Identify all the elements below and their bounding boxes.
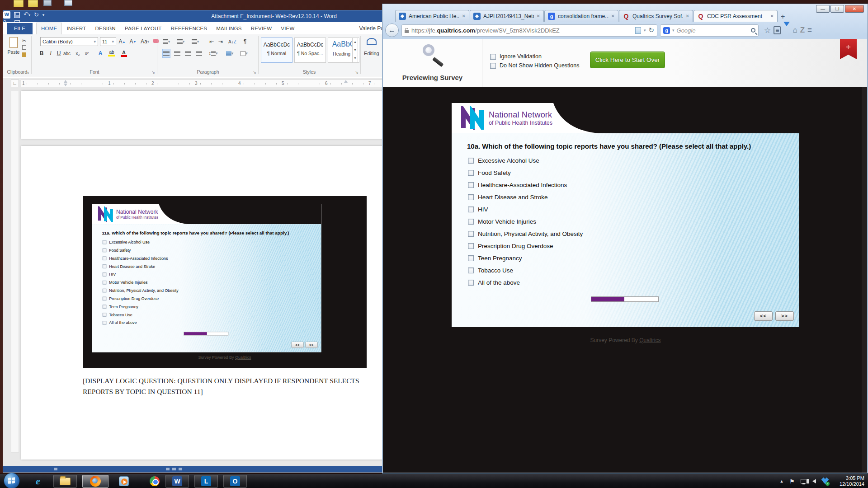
tab-review[interactable]: REVIEW	[246, 23, 277, 34]
shading-icon[interactable]: ▾	[226, 49, 234, 58]
option-row[interactable]: Teen Pregnancy	[103, 303, 179, 311]
option-row[interactable]: Nutrition, Physical Activity, and Obesit…	[468, 228, 583, 240]
document-page[interactable]: National Network of Public Health Instit…	[21, 146, 390, 460]
option-row[interactable]: Tobacco Use	[468, 264, 583, 277]
close-button[interactable]: ✕	[845, 5, 864, 13]
new-tab-button[interactable]: +	[781, 13, 785, 22]
option-row[interactable]: Prescription Drug Overdose	[103, 295, 179, 303]
clear-formatting-icon[interactable]	[153, 39, 159, 43]
checkbox[interactable]	[103, 281, 107, 285]
close-tab-icon[interactable]: ✕	[770, 14, 774, 19]
checkbox[interactable]	[468, 280, 474, 286]
tab-references[interactable]: REFERENCES	[166, 23, 212, 34]
checkbox[interactable]	[103, 297, 107, 301]
option-row[interactable]: Healthcare-Associated Infections	[103, 254, 179, 263]
page-scrollbar[interactable]	[862, 87, 867, 473]
tab-mailings[interactable]: MAILINGS	[212, 23, 246, 34]
checkbox[interactable]	[103, 257, 107, 261]
back-icon[interactable]: ←	[385, 23, 399, 37]
styles-dialog-launcher[interactable]: ↘	[355, 70, 359, 75]
style-no-spacing[interactable]: AaBbCcDc¶ No Spac...	[294, 38, 326, 63]
paragraph-dialog-launcher[interactable]: ↘	[253, 70, 256, 75]
underline-icon[interactable]: U	[55, 49, 63, 58]
option-row[interactable]: Nutrition, Physical Activity, and Obesit…	[103, 286, 179, 295]
right-indent-marker[interactable]	[344, 80, 348, 83]
desktop-icon-partial[interactable]	[28, 0, 38, 7]
styles-scroll[interactable]: ▲▼▼	[352, 38, 358, 63]
justify-icon[interactable]	[195, 49, 203, 58]
embedded-survey-image[interactable]: National Network of Public Health Instit…	[83, 196, 367, 368]
option-row[interactable]: Teen Pregnancy	[468, 252, 583, 264]
option-row[interactable]: Motor Vehicle Injuries	[103, 278, 179, 286]
close-tab-icon[interactable]: ✕	[611, 14, 615, 19]
line-spacing-icon[interactable]: ↕▾	[208, 49, 218, 58]
action-center-flag-icon[interactable]: ⚑	[789, 478, 795, 485]
network-icon[interactable]	[801, 479, 807, 483]
checkbox[interactable]	[103, 313, 107, 317]
indent-marker[interactable]	[64, 80, 67, 83]
option-row[interactable]: Tobacco Use	[103, 311, 179, 319]
paste-button[interactable]: Paste	[7, 37, 20, 58]
tab-american-public-health[interactable]: American Public He... ✕	[395, 10, 469, 22]
reload-icon[interactable]: ↻	[648, 26, 654, 34]
minimize-button[interactable]: —	[816, 5, 830, 13]
next-button[interactable]: >>	[306, 342, 318, 348]
tab-page-layout[interactable]: PAGE LAYOUT	[120, 23, 166, 34]
option-row[interactable]: Motor Vehicle Injuries	[468, 216, 583, 228]
desktop-icon-partial[interactable]	[14, 0, 24, 7]
align-center-icon[interactable]	[173, 49, 181, 58]
checkbox[interactable]	[103, 240, 107, 244]
desktop-icon-partial[interactable]	[43, 0, 52, 6]
qualtrics-link[interactable]: Qualtrics	[235, 355, 251, 360]
page-action-icon[interactable]	[635, 27, 641, 34]
tab-view[interactable]: VIEW	[276, 23, 299, 34]
volume-icon[interactable]	[812, 479, 816, 483]
close-tab-icon[interactable]: ✕	[462, 14, 466, 19]
format-painter-icon[interactable]	[22, 52, 26, 57]
option-row[interactable]: HIV	[468, 203, 583, 216]
hide-hidden-questions-option[interactable]: Do Not Show Hidden Questions	[490, 62, 579, 69]
desktop-icon-partial[interactable]	[64, 0, 72, 6]
home-icon[interactable]: ⌂	[793, 26, 797, 35]
checkbox[interactable]	[103, 305, 107, 309]
text-effects-icon[interactable]: A	[96, 49, 104, 58]
close-tab-icon[interactable]: ✕	[686, 14, 689, 19]
subscript-icon[interactable]: x₂	[74, 49, 82, 58]
tab-ajph-article[interactable]: AJPH20149413_Neta... ✕	[470, 10, 544, 22]
checkbox[interactable]	[468, 219, 474, 225]
font-size-select[interactable]: 11▾	[100, 37, 116, 46]
style-normal[interactable]: AaBbCcDc¶ Normal	[261, 38, 292, 63]
tab-qualtrics-software[interactable]: Q Qualtrics Survey Sof... ✕	[619, 10, 693, 22]
menu-hamburger-icon[interactable]: ≡	[807, 26, 812, 35]
find-binoculars-icon[interactable]	[367, 38, 377, 45]
checkbox[interactable]	[468, 206, 474, 212]
sort-icon[interactable]: A↓Z	[228, 37, 236, 46]
indent-marker[interactable]	[64, 84, 67, 86]
search-icon[interactable]	[751, 28, 755, 33]
option-row[interactable]: Food Safety	[468, 167, 583, 179]
clipboard-dialog-launcher[interactable]: ↘	[26, 70, 29, 75]
multilevel-list-icon[interactable]: ▾	[191, 37, 199, 46]
option-row[interactable]: Food Safety	[103, 246, 179, 254]
taskbar-firefox[interactable]	[82, 475, 108, 488]
option-row[interactable]: All of the above	[103, 319, 179, 327]
italic-icon[interactable]: I	[47, 49, 55, 58]
option-row[interactable]: Excessive Alcohol Use	[468, 155, 583, 167]
hidden-icons-arrow[interactable]: ▲	[779, 479, 783, 483]
option-row[interactable]: Healthcare-Associated Infections	[468, 179, 583, 191]
url-text[interactable]: https://jfe.qualtrics.com/preview/SV_5zn…	[411, 27, 632, 34]
checkbox[interactable]	[468, 231, 474, 237]
superscript-icon[interactable]: x²	[83, 49, 91, 58]
taskbar-clock[interactable]: 3:05 PM 12/10/2014	[840, 475, 864, 487]
increase-indent-icon[interactable]: ⇥	[217, 37, 225, 46]
align-right-icon[interactable]	[184, 49, 192, 58]
checkbox[interactable]	[468, 182, 474, 188]
tab-insert[interactable]: INSERT	[62, 23, 90, 34]
taskbar-wmp[interactable]	[115, 475, 133, 488]
checkbox[interactable]	[468, 158, 474, 164]
checkbox[interactable]	[103, 249, 107, 253]
start-over-button[interactable]: Click Here to Start Over	[590, 52, 665, 68]
zotero-icon[interactable]: Z	[800, 26, 805, 35]
page-fragment[interactable]	[21, 91, 390, 139]
maximize-button[interactable]: ❐	[830, 5, 844, 13]
